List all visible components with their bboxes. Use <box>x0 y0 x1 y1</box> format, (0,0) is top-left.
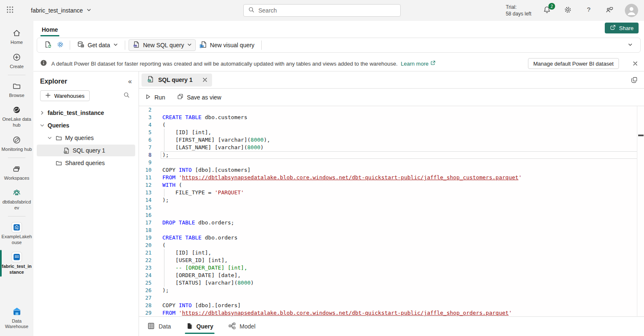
code-text: [STATUS] [varchar](8000) <box>162 279 254 287</box>
explorer-title: Explorer <box>40 78 67 85</box>
code-line[interactable]: 28COPY INTO [dbo].[orders] <box>139 302 644 309</box>
save-as-view-button[interactable]: Save as view <box>177 93 221 101</box>
chevron-down-icon[interactable] <box>47 135 53 140</box>
banner-message: A default Power BI dataset for faster re… <box>51 60 436 67</box>
get-data-button[interactable]: Get data <box>73 39 121 51</box>
rail-item-label: Data Warehouse <box>1 318 32 330</box>
code-line[interactable]: 19CREATE TABLE dbo.orders <box>139 234 644 242</box>
code-text: [LAST_NAME] [varchar](8000) <box>162 144 264 151</box>
sql-code-editor[interactable]: 23CREATE TABLE dbo.customers4(5 [ID] [in… <box>139 106 644 316</box>
rail-item-workspaces[interactable]: Workspaces <box>0 160 33 184</box>
code-line[interactable]: 21 [ID] [int], <box>139 249 644 257</box>
code-line[interactable]: 26); <box>139 287 644 294</box>
code-line[interactable]: 6 [FIRST_NAME] [varchar](8000), <box>139 136 644 144</box>
code-line[interactable]: 12WITH ( <box>139 181 644 189</box>
line-number: 2 <box>139 106 152 114</box>
code-line[interactable]: 20( <box>139 242 644 249</box>
run-button[interactable]: Run <box>145 94 165 101</box>
new-visual-query-button[interactable]: New visual query <box>196 39 258 51</box>
rail-item-onelake-data-hub[interactable]: OneLake data hub <box>0 101 33 131</box>
tab-home[interactable]: Home <box>40 24 59 36</box>
view-tab-query[interactable]: Query <box>186 317 213 336</box>
gear-icon <box>563 5 572 16</box>
code-line[interactable]: 18 <box>139 227 644 234</box>
banner-close-icon[interactable] <box>632 61 638 66</box>
collapse-panel-icon[interactable]: « <box>128 78 132 85</box>
workspace-switcher[interactable]: fabric_test_instance <box>31 7 91 14</box>
tree-item-queries[interactable]: Queries <box>37 120 135 131</box>
code-line[interactable]: 3CREATE TABLE dbo.customers <box>139 114 644 121</box>
home-icon <box>12 28 21 38</box>
code-line[interactable]: 23 -- [ORDER_DATE] [int], <box>139 264 644 272</box>
code-line[interactable]: 14); <box>139 196 644 204</box>
rail-item-dbtlabsfabricdev[interactable]: dbtlabsfabricdev <box>0 184 33 214</box>
settings-button[interactable] <box>562 5 573 16</box>
refresh-button[interactable] <box>41 39 54 51</box>
tree-item-my-queries[interactable]: My queries <box>37 132 135 144</box>
search-input[interactable] <box>258 7 396 14</box>
editor-overview-ruler[interactable] <box>637 106 637 316</box>
chevron-down-icon <box>86 7 91 14</box>
model-icon <box>228 322 236 331</box>
code-line[interactable]: 15 <box>139 204 644 211</box>
rail-item-browse[interactable]: Browse <box>0 77 33 102</box>
code-line[interactable]: 27 <box>139 294 644 302</box>
feedback-button[interactable] <box>604 5 615 16</box>
chevron-right-icon[interactable] <box>39 110 45 115</box>
rail-item-home[interactable]: Home <box>0 24 33 48</box>
code-line[interactable]: 13 FILE_TYPE = 'PARQUET' <box>139 189 644 196</box>
new-sql-query-button[interactable]: SQL New SQL query <box>129 39 196 51</box>
code-line[interactable]: 8); <box>139 151 644 159</box>
learn-more-link[interactable]: Learn more <box>401 60 435 67</box>
tab-close-icon[interactable] <box>202 77 208 83</box>
rail-item-data-warehouse[interactable]: Data Warehouse <box>0 303 33 333</box>
explorer-tree: fabric_test_instanceQueriesMy queriesSQL… <box>33 107 139 170</box>
code-line[interactable]: 9 <box>139 159 644 166</box>
code-line[interactable]: 24 [ORDER_DATE] [date], <box>139 272 644 279</box>
rail-item-create[interactable]: Create <box>0 48 33 73</box>
code-line[interactable]: 25 [STATUS] [varchar](8000) <box>139 279 644 287</box>
tree-item-fabric-test-instance[interactable]: fabric_test_instance <box>37 107 135 119</box>
help-button[interactable]: ? <box>583 5 594 16</box>
manage-dataset-button[interactable]: Manage default Power BI dataset <box>528 58 619 69</box>
chevron-down-icon[interactable] <box>39 123 45 128</box>
rail-item-label: ExampleLakehouse <box>1 234 32 246</box>
share-button[interactable]: Share <box>605 23 639 33</box>
code-line[interactable]: 2 <box>139 106 644 114</box>
code-line[interactable]: 4( <box>139 121 644 129</box>
view-tab-model[interactable]: Model <box>228 317 255 336</box>
app-launcher-button[interactable] <box>0 0 20 21</box>
workspace-people-icon <box>12 187 21 198</box>
rail-item-label: Browse <box>9 93 25 99</box>
notifications-button[interactable]: 2 <box>541 5 552 16</box>
code-line[interactable]: 5 [ID] [int], <box>139 129 644 136</box>
rail-item-fabric-test-instance[interactable]: fabric_test_instance <box>0 248 33 278</box>
code-line[interactable]: 17DROP TABLE dbo.orders; <box>139 219 644 227</box>
indent-guide <box>164 272 164 279</box>
copy-icon[interactable] <box>631 76 638 84</box>
code-line[interactable]: 29FROM 'https://dbtlabsynapsedatalake.bl… <box>139 309 644 316</box>
code-line[interactable]: 7 [LAST_NAME] [varchar](8000) <box>139 144 644 151</box>
explorer-search-button[interactable] <box>121 90 132 101</box>
view-tab-data[interactable]: Data <box>147 317 171 336</box>
warehouse-settings-button[interactable] <box>54 39 66 51</box>
explorer-header: Explorer « <box>33 71 139 89</box>
tree-item-shared-queries[interactable]: Shared queries <box>37 157 135 169</box>
ribbon-divider <box>70 41 70 50</box>
account-avatar[interactable] <box>625 4 638 17</box>
tab-sql-query-1[interactable]: SQL SQL query 1 <box>141 74 212 87</box>
code-line[interactable]: 11FROM 'https://dbtlabsynapsedatalake.bl… <box>139 174 644 181</box>
tree-item-sql-query-1[interactable]: SQLSQL query 1 <box>37 145 135 156</box>
global-search[interactable] <box>243 4 401 17</box>
code-line[interactable]: 22 [USER_ID] [int], <box>139 257 644 264</box>
rail-item-examplelakehouse[interactable]: ExampleLakehouse <box>0 219 33 249</box>
add-warehouses-button[interactable]: Warehouses <box>40 90 90 101</box>
code-text: [FIRST_NAME] [varchar](8000), <box>162 136 270 144</box>
code-line[interactable]: 10COPY INTO [dbo].[customers] <box>139 166 644 174</box>
editor-cursor-marker <box>638 135 644 136</box>
ribbon-toolbar: Get data SQL New SQL query New visual qu… <box>37 38 641 53</box>
ribbon-collapse-button[interactable] <box>624 41 636 49</box>
rail-item-monitoring-hub[interactable]: Monitoring hub <box>0 131 33 155</box>
rail-item-label: fabric_test_instance <box>1 264 32 275</box>
code-line[interactable]: 16 <box>139 211 644 219</box>
